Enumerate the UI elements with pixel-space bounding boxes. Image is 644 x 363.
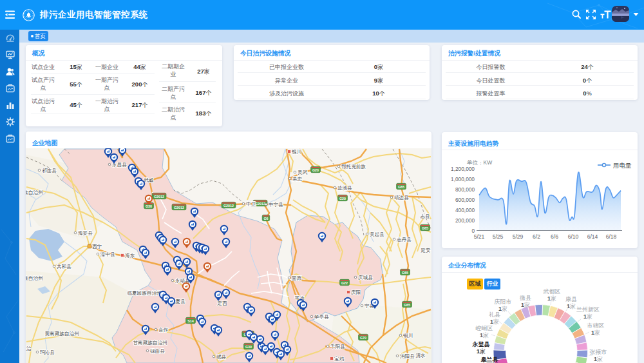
svg-text:G30: G30 [245, 345, 252, 349]
svg-text:用电量: 用电量 [613, 162, 632, 169]
svg-text:海北藏族自治州: 海北藏族自治州 [26, 190, 43, 195]
svg-text:吴忠: 吴忠 [292, 176, 303, 182]
svg-text:武都区: 武都区 [544, 288, 561, 295]
svg-text:皋兰县: 皋兰县 [481, 357, 499, 363]
svg-text:6/10: 6/10 [568, 233, 579, 240]
svg-text:G2012: G2012 [154, 195, 164, 199]
svg-text:G2012: G2012 [174, 206, 184, 210]
svg-text:临夏回族自治州: 临夏回族自治州 [127, 290, 161, 296]
svg-text:武威: 武威 [144, 177, 154, 183]
svg-text:庆城县: 庆城县 [358, 275, 373, 280]
svg-text:S14: S14 [187, 319, 194, 323]
svg-text:G65: G65 [402, 271, 408, 275]
svg-text:1家: 1家 [477, 348, 486, 355]
svg-text:祁连县: 祁连县 [42, 168, 57, 173]
svg-text:6/18: 6/18 [606, 233, 617, 240]
svg-text:G2012: G2012 [223, 204, 234, 208]
svg-text:湟中县: 湟中县 [100, 251, 115, 257]
svg-text:G6: G6 [263, 217, 268, 221]
svg-text:礼县: 礼县 [489, 311, 500, 318]
svg-text:兰州新区: 兰州新区 [576, 306, 600, 313]
svg-text:永登县: 永登县 [472, 341, 491, 348]
svg-text:志县: 志县 [420, 213, 430, 219]
svg-text:定西: 定西 [216, 300, 227, 306]
svg-text:千阳县: 千阳县 [330, 344, 345, 349]
svg-text:200,000: 200,000 [455, 217, 475, 224]
svg-text:吴起县: 吴起县 [370, 231, 384, 237]
svg-text:1,200,000: 1,200,000 [451, 166, 475, 172]
svg-text:清水: 清水 [415, 353, 426, 358]
svg-text:甘南藏族自治州: 甘南藏族自治州 [133, 340, 167, 346]
svg-text:600,000: 600,000 [455, 197, 475, 203]
svg-text:5/25: 5/25 [493, 233, 504, 240]
svg-text:志丹县: 志丹县 [397, 237, 412, 242]
svg-text:G30: G30 [146, 204, 152, 208]
svg-text:共和县: 共和县 [57, 264, 71, 270]
svg-text:康县: 康县 [565, 296, 577, 302]
svg-text:1家: 1家 [521, 302, 530, 308]
svg-text:1家: 1家 [567, 303, 576, 309]
svg-text:G2012: G2012 [255, 202, 265, 206]
svg-text:微县: 微县 [520, 295, 531, 301]
svg-text:庆阳: 庆阳 [351, 289, 361, 295]
svg-text:中卫: 中卫 [246, 201, 256, 207]
svg-text:1家: 1家 [583, 313, 592, 320]
svg-text:G70: G70 [360, 336, 366, 340]
svg-text:固原: 固原 [292, 275, 302, 281]
svg-text:鄂托克前旗: 鄂托克前旗 [341, 164, 366, 170]
svg-text:G22: G22 [341, 281, 348, 285]
svg-text:岷县: 岷县 [216, 354, 227, 360]
svg-text:5/21: 5/21 [474, 233, 485, 240]
svg-text:灵武: 灵武 [298, 170, 308, 175]
svg-text:G20: G20 [312, 168, 319, 172]
svg-text:银川: 银川 [291, 149, 301, 155]
svg-text:1家: 1家 [591, 329, 600, 336]
svg-text:合作: 合作 [158, 327, 169, 333]
svg-text:崆峒区: 崆峒区 [476, 325, 493, 331]
svg-text:靖边县: 靖边县 [394, 195, 409, 201]
svg-text:400,000: 400,000 [455, 207, 475, 213]
svg-text:华亭县: 华亭县 [314, 314, 329, 320]
svg-text:汭阳县: 汭阳县 [400, 353, 415, 359]
svg-text:G20: G20 [339, 197, 346, 201]
svg-text:张掖市: 张掖市 [590, 349, 607, 355]
svg-text:碌曲县: 碌曲县 [150, 348, 165, 354]
svg-text:G65: G65 [404, 303, 410, 307]
svg-text:西宁: 西宁 [92, 244, 102, 250]
svg-text:6/6: 6/6 [551, 233, 558, 240]
svg-text:6/2: 6/2 [533, 233, 540, 240]
svg-text:市辖区: 市辖区 [587, 322, 605, 329]
svg-text:G65: G65 [398, 185, 404, 189]
svg-text:800,000: 800,000 [455, 186, 475, 193]
svg-text:1家: 1家 [490, 319, 499, 325]
svg-text:1家: 1家 [594, 356, 603, 362]
svg-text:延安: 延安 [420, 248, 431, 253]
svg-text:1家: 1家 [480, 332, 489, 338]
svg-text:中宁县: 中宁县 [269, 202, 283, 208]
svg-text:铜川: 铜川 [402, 333, 413, 338]
svg-text:宝鸡: 宝鸡 [334, 356, 345, 362]
svg-text:1,000,000: 1,000,000 [451, 176, 475, 182]
svg-text:G65: G65 [422, 226, 428, 230]
svg-text:庆阳市: 庆阳市 [495, 299, 512, 305]
svg-text:盐池县: 盐池县 [337, 185, 352, 191]
svg-text:黄南藏族自治州: 黄南藏族自治州 [44, 331, 79, 337]
svg-text:久治: 久治 [26, 346, 32, 351]
svg-text:玛沁县: 玛沁县 [40, 349, 55, 355]
svg-text:单位：KW: 单位：KW [467, 159, 492, 166]
svg-text:5/29: 5/29 [513, 233, 524, 240]
svg-text:海晏县: 海晏县 [78, 230, 93, 236]
svg-text:海南藏族自治州: 海南藏族自治州 [26, 275, 43, 281]
svg-text:1家: 1家 [547, 295, 556, 302]
svg-text:6/14: 6/14 [587, 233, 598, 240]
svg-text:海东: 海东 [125, 253, 135, 259]
